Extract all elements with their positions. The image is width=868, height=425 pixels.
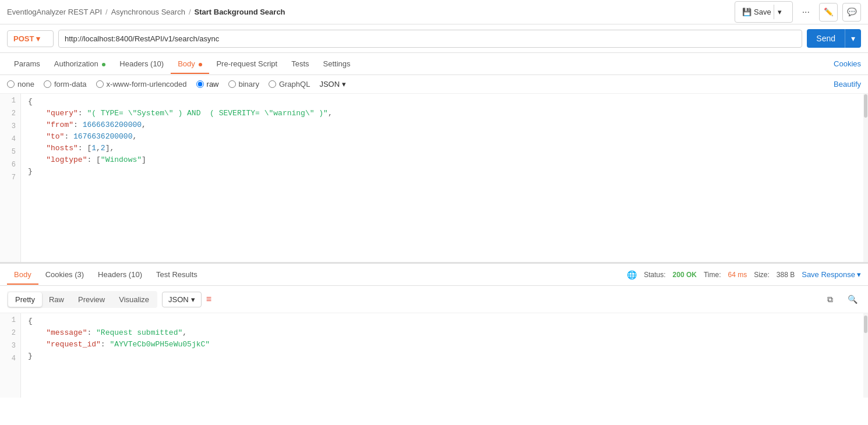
copy-button[interactable]: ⧉ <box>821 291 839 308</box>
request-code-editor: 1 2 3 4 5 6 7 { "query": "( TYPE= \"Syst… <box>0 94 868 263</box>
viewer-tabs-group: Pretty Raw Preview Visualize <box>7 291 157 308</box>
more-button[interactable]: ··· <box>798 4 814 20</box>
radio-raw[interactable]: raw <box>196 80 219 88</box>
response-scrollbar-thumb <box>864 316 867 333</box>
radio-urlencoded[interactable]: x-www-form-urlencoded <box>96 80 187 88</box>
method-chevron-icon: ▾ <box>36 34 40 43</box>
breadcrumb-part1[interactable]: EventlogAnalyzer REST API <box>7 8 102 16</box>
response-format-label: JSON <box>168 295 189 304</box>
globe-icon: 🌐 <box>627 270 637 279</box>
tab-authorization[interactable]: Authorization <box>47 54 113 74</box>
radio-graphql[interactable]: GraphQL <box>269 80 310 88</box>
format-select[interactable]: JSON ▾ <box>319 80 346 88</box>
request-line-4: "to": 1676636200000, <box>28 131 861 143</box>
send-button[interactable]: Send ▾ <box>807 29 861 48</box>
tab-headers[interactable]: Headers (10) <box>112 54 171 74</box>
response-line-1: { <box>28 316 861 327</box>
radio-form-data[interactable]: form-data <box>44 80 87 88</box>
time-value: 64 ms <box>728 271 747 279</box>
copy-icon: ⧉ <box>827 295 833 304</box>
send-label: Send <box>807 29 845 48</box>
radio-binary[interactable]: binary <box>228 80 259 88</box>
beautify-button[interactable]: Beautify <box>834 80 861 88</box>
tab-pre-request-script[interactable]: Pre-request Script <box>209 54 284 74</box>
response-tab-test-results[interactable]: Test Results <box>149 264 204 285</box>
response-tabs-bar: Body Cookies (3) Headers (10) Test Resul… <box>0 264 868 286</box>
save-response-chevron-icon: ▾ <box>857 270 861 279</box>
breadcrumb: EventlogAnalyzer REST API / Asynchronous… <box>7 8 285 16</box>
response-line-4: } <box>28 350 861 362</box>
breadcrumb-part2[interactable]: Asynchronous Search <box>111 8 185 16</box>
save-button-group[interactable]: 💾 Save ▾ <box>735 1 793 23</box>
response-scrollbar[interactable] <box>863 313 868 398</box>
comment-icon: 💬 <box>847 8 857 16</box>
breadcrumb-sep2: / <box>189 8 191 16</box>
clear-icon: ≡ <box>206 294 211 304</box>
request-line-7: } <box>28 166 861 178</box>
request-line-3: "from": 1666636200000, <box>28 119 861 131</box>
cookies-link[interactable]: Cookies <box>834 59 861 68</box>
response-line-numbers: 1 2 3 4 <box>0 313 21 398</box>
response-status-bar: 🌐 Status: 200 OK Time: 64 ms Size: 388 B… <box>627 270 861 279</box>
url-input[interactable] <box>58 30 802 48</box>
size-value: 388 B <box>777 271 795 279</box>
search-button[interactable]: 🔍 <box>844 291 861 308</box>
breadcrumb-current: Start Background Search <box>195 8 285 16</box>
comment-button[interactable]: 💬 <box>842 3 861 22</box>
url-bar: POST ▾ Send ▾ <box>0 24 868 53</box>
response-section: Body Cookies (3) Headers (10) Test Resul… <box>0 263 868 398</box>
body-options-bar: none form-data x-www-form-urlencoded raw… <box>0 75 868 94</box>
save-response-button[interactable]: Save Response ▾ <box>802 270 861 279</box>
response-format-dropdown[interactable]: JSON ▾ <box>162 292 202 307</box>
size-label: Size: <box>754 271 770 279</box>
radio-none[interactable]: none <box>7 80 34 88</box>
save-label: Save <box>754 8 771 16</box>
request-line-5: "hosts": [1,2], <box>28 143 861 154</box>
header: EventlogAnalyzer REST API / Asynchronous… <box>0 0 868 24</box>
request-line-numbers: 1 2 3 4 5 6 7 <box>0 94 21 262</box>
authorization-dot <box>102 63 105 66</box>
tab-settings[interactable]: Settings <box>316 54 358 74</box>
format-label: JSON <box>319 80 340 88</box>
send-chevron-icon[interactable]: ▾ <box>845 29 861 48</box>
response-format-chevron-icon: ▾ <box>191 295 195 304</box>
edit-icon: ✏️ <box>824 8 834 16</box>
edit-button[interactable]: ✏️ <box>819 3 838 22</box>
response-line-2: "message": "Request submitted", <box>28 327 861 339</box>
format-chevron-icon: ▾ <box>342 80 346 88</box>
response-tab-cookies[interactable]: Cookies (3) <box>38 264 91 285</box>
response-viewer-bar: Pretty Raw Preview Visualize JSON ▾ ≡ ⧉ … <box>0 286 868 313</box>
time-label: Time: <box>704 271 721 279</box>
viewer-raw-button[interactable]: Raw <box>42 292 71 307</box>
save-chevron-icon[interactable]: ▾ <box>774 5 785 19</box>
method-select[interactable]: POST ▾ <box>7 30 54 47</box>
request-tabs-bar: Params Authorization Headers (10) Body P… <box>0 53 868 75</box>
response-line-3: "request_id": "AYVTeCb0wPH5eWu05jkC" <box>28 339 861 350</box>
status-code: 200 OK <box>673 271 697 279</box>
tab-tests[interactable]: Tests <box>284 54 316 74</box>
response-code-editor: 1 2 3 4 { "message": "Request submitted"… <box>0 313 868 398</box>
request-line-1: { <box>28 96 861 108</box>
request-scrollbar[interactable] <box>863 94 868 262</box>
status-label: Status: <box>644 271 665 279</box>
request-line-2: "query": "( TYPE= \"System\" ) AND ( SEV… <box>28 108 861 119</box>
body-dot <box>199 63 202 66</box>
viewer-pretty-button[interactable]: Pretty <box>8 292 42 307</box>
tab-params[interactable]: Params <box>7 54 47 74</box>
request-line-6: "logtype": ["Windows"] <box>28 154 861 166</box>
response-tab-body[interactable]: Body <box>7 264 38 285</box>
request-scrollbar-thumb <box>864 94 867 118</box>
request-code-content[interactable]: { "query": "( TYPE= \"System\" ) AND ( S… <box>21 94 868 262</box>
viewer-visualize-button[interactable]: Visualize <box>112 292 156 307</box>
viewer-preview-button[interactable]: Preview <box>71 292 112 307</box>
search-icon: 🔍 <box>848 295 858 304</box>
breadcrumb-sep1: / <box>105 8 108 16</box>
method-label: POST <box>13 34 34 43</box>
response-code-content[interactable]: { "message": "Request submitted", "reque… <box>21 313 868 398</box>
clear-button[interactable]: ≡ <box>206 294 211 304</box>
response-tab-headers[interactable]: Headers (10) <box>91 264 149 285</box>
tab-body[interactable]: Body <box>171 54 209 74</box>
header-actions: 💾 Save ▾ ··· ✏️ 💬 <box>735 1 861 23</box>
